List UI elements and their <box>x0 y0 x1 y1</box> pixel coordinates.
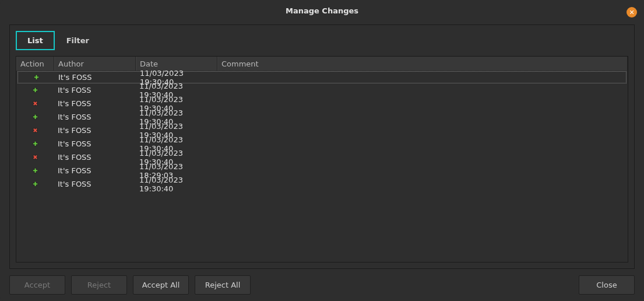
delete-icon: ✖ <box>33 154 37 160</box>
table-body: ✚It's FOSS11/03/2023 19:30:40✚It's FOSS1… <box>16 71 628 191</box>
add-icon: ✚ <box>33 181 37 187</box>
titlebar: Manage Changes ✕ <box>0 0 644 21</box>
cell-comment <box>217 97 628 110</box>
manage-changes-dialog: Manage Changes ✕ List Filter Action Auth… <box>0 0 644 301</box>
cell-author: It's FOSS <box>54 177 136 191</box>
accept-all-button[interactable]: Accept All <box>133 275 189 295</box>
content-panel: List Filter Action Author Date Comment ✚… <box>9 24 635 269</box>
cell-action: ✚ <box>16 110 54 124</box>
table-row[interactable]: ✚It's FOSS11/03/2023 19:30:40 <box>17 71 627 83</box>
cell-action: ✚ <box>18 72 55 83</box>
header-comment[interactable]: Comment <box>217 57 628 71</box>
tab-bar: List Filter <box>10 25 634 56</box>
delete-icon: ✖ <box>33 127 37 134</box>
cell-comment <box>217 150 628 164</box>
table-row[interactable]: ✖It's FOSS11/03/2023 19:30:40 <box>16 124 628 137</box>
cell-author: It's FOSS <box>54 83 136 97</box>
cell-comment <box>217 83 628 97</box>
cell-action: ✖ <box>16 97 54 110</box>
cell-date: 11/03/2023 19:30:40 <box>136 177 217 191</box>
reject-button[interactable]: Reject <box>71 275 127 295</box>
cell-author: It's FOSS <box>54 110 136 124</box>
cell-comment <box>217 177 628 191</box>
window-title: Manage Changes <box>286 6 358 15</box>
tab-list[interactable]: List <box>16 31 55 50</box>
cell-comment <box>218 72 626 83</box>
header-author[interactable]: Author <box>54 57 136 71</box>
tab-filter[interactable]: Filter <box>55 31 101 50</box>
cell-author: It's FOSS <box>55 72 136 83</box>
delete-icon: ✖ <box>33 100 37 107</box>
accept-button[interactable]: Accept <box>9 275 65 295</box>
table-row[interactable]: ✚It's FOSS11/03/2023 19:30:40 <box>16 83 628 97</box>
close-icon[interactable]: ✕ <box>627 7 637 18</box>
cell-action: ✚ <box>16 177 54 191</box>
add-icon: ✚ <box>34 74 38 80</box>
table-row[interactable]: ✚It's FOSS11/03/2023 18:29:03 <box>16 164 628 177</box>
table-row[interactable]: ✚It's FOSS11/03/2023 19:30:40 <box>16 110 628 124</box>
table-row[interactable]: ✚It's FOSS11/03/2023 19:30:40 <box>16 137 628 150</box>
cell-action: ✚ <box>16 164 54 177</box>
cell-action: ✚ <box>16 137 54 150</box>
table-header: Action Author Date Comment <box>16 57 628 71</box>
table-row[interactable]: ✖It's FOSS11/03/2023 19:30:40 <box>16 150 628 164</box>
add-icon: ✚ <box>33 141 37 147</box>
cell-author: It's FOSS <box>54 97 136 110</box>
cell-author: It's FOSS <box>54 137 136 150</box>
cell-action: ✖ <box>16 150 54 164</box>
cell-comment <box>217 137 628 150</box>
table-row[interactable]: ✖It's FOSS11/03/2023 19:30:40 <box>16 97 628 110</box>
button-bar: Accept Reject Accept All Reject All Clos… <box>0 269 644 301</box>
header-action[interactable]: Action <box>16 57 54 71</box>
add-icon: ✚ <box>33 87 37 93</box>
add-icon: ✚ <box>33 167 37 174</box>
add-icon: ✚ <box>33 114 37 120</box>
cell-action: ✖ <box>16 124 54 137</box>
cell-action: ✚ <box>16 83 54 97</box>
reject-all-button[interactable]: Reject All <box>195 275 251 295</box>
cell-author: It's FOSS <box>54 164 136 177</box>
table-row[interactable]: ✚It's FOSS11/03/2023 19:30:40 <box>16 177 628 191</box>
close-button[interactable]: Close <box>579 275 635 295</box>
cell-author: It's FOSS <box>54 124 136 137</box>
changes-table: Action Author Date Comment ✚It's FOSS11/… <box>16 56 628 262</box>
cell-comment <box>217 124 628 137</box>
cell-comment <box>217 164 628 177</box>
cell-comment <box>217 110 628 124</box>
cell-author: It's FOSS <box>54 150 136 164</box>
